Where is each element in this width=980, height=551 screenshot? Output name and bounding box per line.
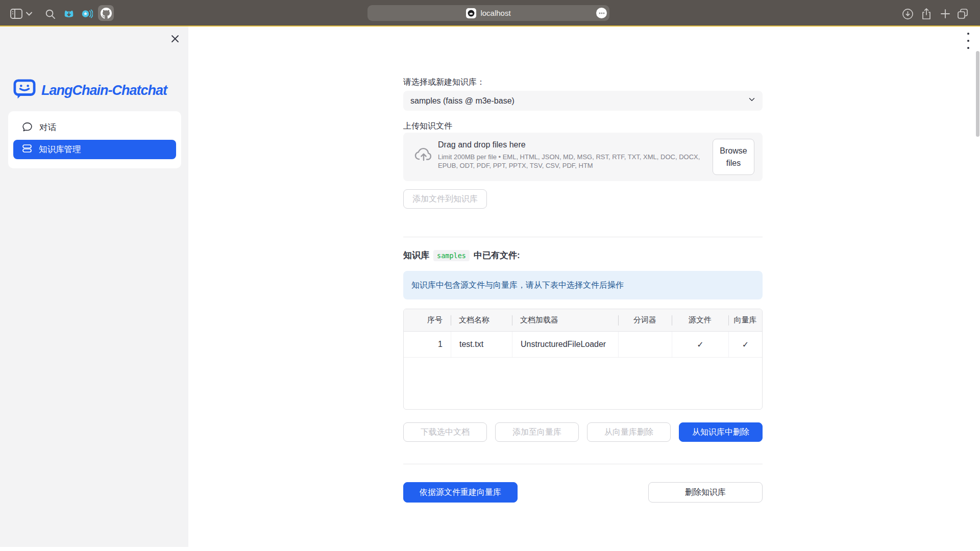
cloud-upload-icon [414, 147, 433, 163]
dropzone-limit: Limit 200MB per file • EML, HTML, JSON, … [438, 153, 703, 170]
chat-logo-icon [13, 79, 36, 102]
rebuild-vector-store-button[interactable]: 依据源文件重建向量库 [403, 482, 518, 503]
share-icon[interactable] [920, 8, 933, 20]
app-logo: LangChain-Chatchat [13, 79, 167, 102]
dropzone-title: Drag and drop files here [438, 140, 703, 149]
cell-source-check: ✓ [672, 332, 728, 357]
site-favicon [466, 8, 476, 18]
chevron-down-icon [747, 95, 756, 106]
app-page: LangChain-Chatchat 对话 知识库管理 请选 [0, 27, 980, 551]
stack-icon [22, 143, 32, 156]
delete-from-vector-store-button[interactable]: 从向量库删除 [587, 422, 671, 442]
cell-index: 1 [404, 332, 451, 357]
divider [403, 464, 763, 464]
add-files-to-kb-button[interactable]: 添加文件到知识库 [403, 189, 487, 209]
sidebar-item-kb-management[interactable]: 知识库管理 [13, 140, 176, 159]
chevron-down-icon[interactable] [26, 8, 33, 20]
kb-files-heading: 知识库 samples 中已有文件: [403, 249, 763, 261]
chat-bubble-icon [22, 121, 33, 134]
sidebar-item-label: 知识库管理 [39, 144, 81, 155]
kb-action-buttons: 依据源文件重建向量库 删除知识库 [403, 482, 763, 503]
info-banner: 知识库中包含源文件与向量库，请从下表中选择文件后操作 [403, 271, 763, 299]
page-menu-icon[interactable] [596, 8, 607, 18]
download-icon[interactable] [901, 8, 914, 20]
cell-name: test.txt [451, 332, 512, 357]
add-to-vector-store-button[interactable]: 添加至向量库 [495, 422, 579, 442]
table-header: 序号 文档名称 文档加载器 分词器 源文件 向量库 [404, 309, 762, 332]
delete-from-kb-button[interactable]: 从知识库中删除 [679, 422, 763, 442]
col-header-splitter: 分词器 [618, 309, 672, 331]
github-icon[interactable] [98, 5, 114, 21]
screen: localhost [0, 0, 980, 551]
search-icon[interactable] [44, 8, 56, 20]
cell-vector-check: ✓ [728, 332, 762, 357]
address-bar[interactable]: localhost [368, 5, 609, 21]
cat-extension-icon[interactable] [63, 8, 75, 20]
main-content: 请选择或新建知识库： samples (faiss @ m3e-base) 上传… [403, 27, 763, 551]
file-dropzone[interactable]: Drag and drop files here Limit 200MB per… [403, 133, 763, 181]
heading-prefix: 知识库 [403, 249, 429, 261]
dropzone-texts: Drag and drop files here Limit 200MB per… [438, 140, 703, 170]
close-sidebar-icon[interactable] [170, 34, 181, 44]
logo-text: LangChain-Chatchat [41, 83, 167, 98]
url-text: localhost [480, 9, 510, 17]
tabs-overview-icon[interactable] [957, 8, 969, 20]
sidebar-toggle-icon[interactable] [10, 8, 22, 20]
browser-chrome: localhost [0, 0, 980, 27]
divider [403, 237, 763, 237]
col-header-vector: 向量库 [728, 309, 762, 331]
sidebar-item-label: 对话 [39, 122, 56, 133]
heading-suffix: 中已有文件: [474, 249, 520, 261]
app-menu-icon[interactable] [966, 33, 971, 49]
col-header-source: 源文件 [672, 309, 728, 331]
kb-select-label: 请选择或新建知识库： [403, 77, 763, 88]
kb-select[interactable]: samples (faiss @ m3e-base) [403, 91, 763, 111]
col-header-name: 文档名称 [451, 309, 512, 331]
table-row[interactable]: 1 test.txt UnstructuredFileLoader ✓ ✓ [404, 332, 762, 358]
kb-select-value: samples (faiss @ m3e-base) [410, 96, 514, 106]
kb-name-code: samples [433, 250, 470, 261]
new-tab-icon[interactable] [939, 8, 951, 20]
sidebar-item-dialogue[interactable]: 对话 [13, 117, 176, 138]
file-action-buttons: 下载选中文档 添加至向量库 从向量库删除 从知识库中删除 [403, 422, 763, 442]
scrollbar-thumb[interactable] [976, 51, 979, 137]
col-header-loader: 文档加载器 [512, 309, 618, 331]
ripple-extension-icon[interactable] [81, 8, 93, 20]
upload-label: 上传知识文件 [403, 121, 763, 132]
col-header-index: 序号 [404, 309, 451, 331]
nav-card: 对话 知识库管理 [8, 111, 181, 168]
delete-kb-button[interactable]: 删除知识库 [648, 482, 763, 503]
cell-splitter [618, 332, 672, 357]
cell-loader: UnstructuredFileLoader [512, 332, 618, 357]
browse-files-button[interactable]: Browse files [713, 139, 754, 175]
download-selected-button[interactable]: 下载选中文档 [403, 422, 487, 442]
sidebar: LangChain-Chatchat 对话 知识库管理 [0, 27, 188, 547]
kb-files-table: 序号 文档名称 文档加载器 分词器 源文件 向量库 1 test.txt Uns… [403, 309, 763, 410]
info-text: 知识库中包含源文件与向量库，请从下表中选择文件后操作 [411, 280, 624, 291]
